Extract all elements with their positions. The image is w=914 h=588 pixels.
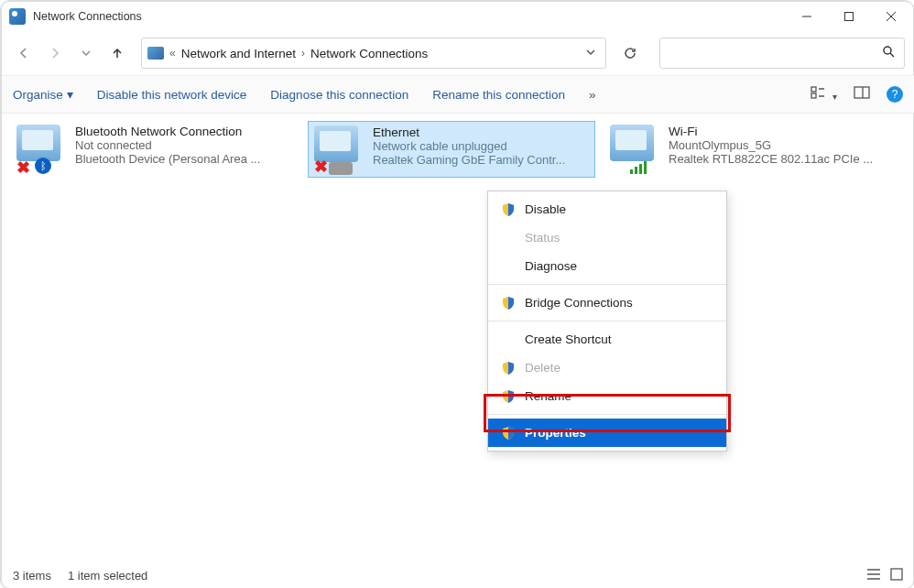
diagnose-label: Diagnose this connection	[270, 88, 408, 102]
disconnected-icon: ✖	[16, 158, 33, 174]
connection-device: Realtek RTL8822CE 802.11ac PCIe ...	[669, 152, 887, 166]
status-item-count: 3 items	[13, 569, 51, 583]
ctx-status: Status	[488, 223, 726, 252]
refresh-button[interactable]	[615, 38, 645, 68]
ctx-rename-label: Rename	[525, 389, 571, 403]
disable-device-button[interactable]: Disable this network device	[97, 88, 247, 102]
status-bar: 3 items 1 item selected	[2, 562, 914, 588]
rename-connection-button[interactable]: Rename this connection	[432, 88, 565, 102]
ctx-diagnose-label: Diagnose	[501, 259, 577, 273]
window-title: Network Connections	[33, 10, 142, 23]
close-button[interactable]	[870, 3, 912, 30]
back-button[interactable]	[11, 40, 37, 66]
network-adapter-icon	[610, 125, 654, 161]
details-view-button[interactable]	[866, 568, 881, 583]
ctx-status-label: Status	[501, 231, 560, 245]
svg-rect-1	[845, 13, 854, 21]
location-icon	[147, 47, 164, 60]
ctx-delete: Delete	[488, 354, 726, 382]
connection-item-bluetooth[interactable]: ✖ ᛒ Bluetooth Network Connection Not con…	[11, 121, 299, 178]
svg-rect-7	[811, 93, 816, 98]
items-panel: ✖ ᛒ Bluetooth Network Connection Not con…	[2, 114, 914, 185]
command-bar: Organise ▾ Disable this network device D…	[2, 75, 914, 114]
minimize-button[interactable]	[786, 3, 828, 30]
forward-button[interactable]	[42, 40, 68, 66]
rename-label: Rename this connection	[432, 88, 565, 102]
ctx-create-shortcut[interactable]: Create Shortcut	[488, 325, 726, 354]
ctx-delete-label: Delete	[525, 361, 560, 375]
connection-status: Not connected	[75, 138, 293, 152]
view-options-button[interactable]: ▾	[811, 85, 837, 103]
recent-locations-button[interactable]	[73, 40, 99, 66]
connection-status: Network cable unplugged	[373, 139, 589, 153]
search-box[interactable]	[659, 38, 905, 69]
svg-rect-10	[854, 87, 869, 98]
connection-device: Realtek Gaming GbE Family Contr...	[373, 153, 589, 167]
ctx-properties-label: Properties	[525, 426, 586, 440]
address-row: « Network and Internet › Network Connect…	[2, 31, 914, 75]
shield-icon	[501, 361, 516, 376]
large-icons-view-button[interactable]	[890, 568, 903, 583]
ctx-disable-label: Disable	[525, 202, 566, 216]
network-adapter-icon	[16, 125, 60, 161]
address-history-button[interactable]	[582, 47, 600, 60]
ctx-separator	[488, 284, 726, 285]
breadcrumb-segment-1[interactable]: Network Connections	[310, 47, 428, 60]
context-menu: Disable Status Diagnose Bridge Connectio…	[487, 191, 727, 452]
app-icon	[9, 8, 26, 25]
connection-device: Bluetooth Device (Personal Area ...	[75, 152, 293, 166]
svg-line-5	[890, 53, 894, 57]
connection-name: Bluetooth Network Connection	[75, 125, 293, 138]
search-icon	[882, 45, 895, 61]
title-bar: Network Connections	[2, 2, 914, 31]
connection-item-ethernet[interactable]: ✖ Ethernet Network cable unplugged Realt…	[308, 121, 595, 178]
svg-point-4	[884, 47, 891, 54]
connection-item-wifi[interactable]: Wi-Fi MountOlympus_5G Realtek RTL8822CE …	[604, 121, 892, 178]
maximize-button[interactable]	[828, 3, 870, 30]
ctx-shortcut-label: Create Shortcut	[501, 332, 612, 346]
help-button[interactable]: ?	[887, 86, 903, 103]
svg-rect-6	[811, 87, 816, 92]
shield-icon	[501, 389, 516, 404]
breadcrumb-prefix: «	[169, 47, 176, 60]
ctx-bridge-label: Bridge Connections	[525, 296, 633, 310]
ctx-separator	[488, 414, 726, 415]
ctx-separator	[488, 321, 726, 321]
shield-icon	[501, 296, 516, 310]
shield-icon	[501, 202, 516, 217]
ctx-diagnose[interactable]: Diagnose	[488, 252, 726, 280]
wifi-signal-icon	[630, 161, 647, 174]
organise-menu[interactable]: Organise ▾	[13, 87, 73, 102]
connection-name: Ethernet	[373, 125, 589, 139]
connection-status: MountOlympus_5G	[669, 138, 887, 152]
bluetooth-icon: ᛒ	[35, 158, 51, 174]
ethernet-plug-icon	[329, 162, 353, 175]
ctx-bridge[interactable]: Bridge Connections	[488, 289, 726, 317]
overflow-button[interactable]: »	[589, 88, 596, 102]
preview-pane-button[interactable]	[854, 86, 870, 103]
shield-icon	[501, 426, 516, 441]
connection-name: Wi-Fi	[669, 125, 887, 138]
status-selection-count: 1 item selected	[68, 569, 147, 583]
ctx-disable[interactable]: Disable	[488, 195, 726, 223]
address-bar[interactable]: « Network and Internet › Network Connect…	[141, 38, 606, 69]
svg-rect-15	[891, 569, 902, 580]
chevron-right-icon: ›	[301, 47, 305, 60]
diagnose-connection-button[interactable]: Diagnose this connection	[270, 88, 408, 102]
breadcrumb-segment-0[interactable]: Network and Internet	[181, 47, 296, 60]
ctx-properties[interactable]: Properties	[488, 419, 726, 447]
organise-label: Organise	[13, 88, 63, 102]
disable-label: Disable this network device	[97, 88, 247, 102]
ctx-rename[interactable]: Rename	[488, 382, 726, 410]
up-button[interactable]	[104, 40, 130, 66]
dropdown-icon: ▾	[67, 87, 73, 102]
